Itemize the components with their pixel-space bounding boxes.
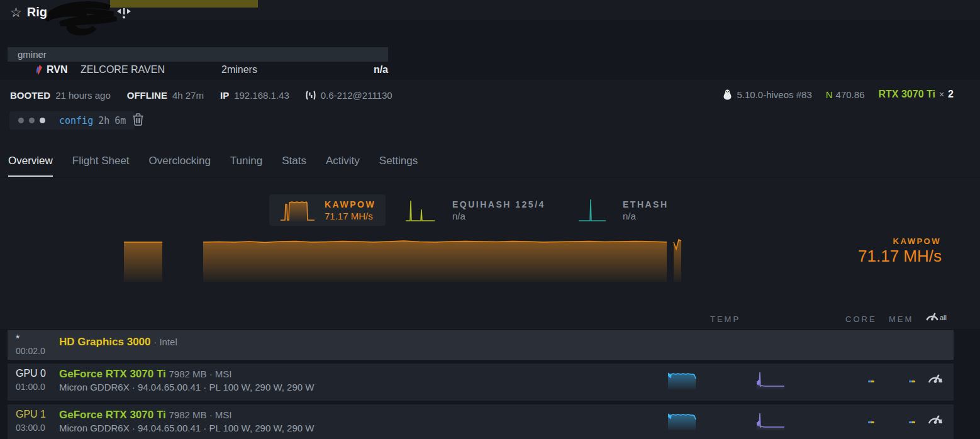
gpu-bus-id: 03:00.0 [16, 423, 45, 433]
ethash-sparkline [579, 197, 606, 223]
gpu-bus-id: 01:00.0 [16, 382, 45, 392]
miner-bar: gminer [8, 47, 388, 62]
table-row: GPU 1 03:00.0 GeForce RTX 3070 Ti 7982 M… [8, 404, 954, 439]
gpu-memory-vendor: 7982 MB · MSI [169, 409, 232, 420]
column-header-mem: MEM [889, 314, 913, 324]
algo-value: n/a [452, 211, 545, 221]
table-row: GPU 0 01:00.0 GeForce RTX 3070 Ti 7982 M… [8, 364, 954, 401]
algo-value: 71.17 MH/s [325, 211, 376, 221]
table-row: * 00:02.0 HD Graphics 3000 · Intel [8, 330, 954, 360]
tab-overview[interactable]: Overview [8, 155, 53, 177]
algo-card-ethash[interactable]: ETHASH n/a [579, 194, 669, 226]
config-uptime-minutes: 6m [114, 115, 126, 126]
ip-label: IP [220, 90, 229, 101]
algo-value: n/a [623, 211, 669, 221]
highlight-streak [110, 0, 258, 8]
fan-all-button[interactable]: all [925, 311, 947, 321]
gpu-detail: Micron GDDR6X · 94.04.65.00.41 · PL 100 … [59, 382, 314, 392]
offline-value: 4h 27m [172, 90, 204, 101]
flight-sheet-row: RVN ZELCORE RAVEN 2miners n/a [0, 62, 388, 78]
coin-hashrate: n/a [308, 64, 388, 75]
gpu-multiplier-sign: × [939, 89, 944, 99]
mem-clock-dash [909, 381, 915, 382]
gpu-index: * [16, 333, 19, 345]
equihash-sparkline [406, 197, 436, 223]
gpu-vendor: · Intel [153, 336, 177, 347]
status-row: BOOTED 21 hours ago OFFLINE 4h 27m IP 19… [10, 90, 393, 101]
flight-sheet-panel: gminer RVN ZELCORE RAVEN 2miners n/a [0, 20, 980, 80]
tab-settings[interactable]: Settings [379, 155, 418, 177]
kawpow-sparkline [279, 197, 316, 223]
config-link[interactable]: config [59, 115, 93, 126]
status-dot [18, 118, 24, 123]
fan-all-label: all [940, 314, 947, 321]
core-clock-dash [868, 381, 874, 382]
favorite-star-icon[interactable]: ☆ [10, 6, 22, 19]
hashrate-value: 71.17 MH/s [858, 247, 942, 266]
column-header-temp: TEMP [710, 314, 740, 324]
gpu-model: RTX 3070 Ti [878, 89, 935, 100]
tab-overclocking[interactable]: Overclocking [149, 155, 211, 177]
coin-symbol: RVN [47, 64, 68, 75]
kernel-version: 5.10.0-hiveos #83 [737, 89, 811, 100]
nvidia-driver-version: 470.86 [836, 89, 865, 100]
page-title: Rig [27, 5, 47, 19]
booted-value: 21 hours ago [55, 90, 111, 101]
gpu-memory-vendor: 7982 MB · MSI [169, 369, 232, 379]
algo-name: ETHASH [623, 199, 669, 209]
core-clock-dash [868, 421, 874, 423]
tabs-divider [0, 177, 980, 178]
wallet-name: ZELCORE RAVEN [81, 64, 165, 75]
temp-sparkline [668, 411, 697, 431]
gpu-name[interactable]: GeForce RTX 3070 Ti [59, 409, 166, 421]
tab-activity[interactable]: Activity [326, 155, 360, 177]
trash-icon[interactable] [133, 113, 143, 126]
agent-console-pill: config 2h 6m [9, 111, 135, 130]
offline-label: OFFLINE [127, 90, 167, 101]
booted-label: BOOTED [10, 90, 50, 101]
tab-flight-sheet[interactable]: Flight Sheet [72, 155, 130, 177]
gauge-icon[interactable] [927, 413, 944, 425]
status-dot [29, 118, 35, 123]
mem-clock-dash [909, 421, 915, 423]
algo-card-kawpow[interactable]: KAWPOW 71.17 MH/s [269, 194, 386, 226]
algo-name: KAWPOW [325, 199, 376, 209]
gpu-name[interactable]: HD Graphics 3000 [59, 336, 151, 348]
hive-agent-icon [306, 90, 316, 101]
hashrate-chart [0, 236, 980, 283]
mem-sparkline [757, 411, 786, 431]
hashrate-algo-label: KAWPOW [893, 236, 941, 246]
rvn-coin-icon [36, 65, 43, 75]
config-uptime-hours: 2h [98, 115, 109, 126]
gpu-bus-id: 00:02.0 [16, 346, 45, 356]
column-header-core: CORE [845, 314, 877, 324]
gpu-count: 2 [948, 89, 954, 100]
tab-stats[interactable]: Stats [282, 155, 306, 177]
ip-value: 192.168.1.43 [234, 90, 289, 101]
nvidia-driver-label: N [826, 89, 833, 100]
gpu-index: GPU 0 [16, 368, 46, 379]
gpu-name[interactable]: GeForce RTX 3070 Ti [59, 368, 166, 380]
miner-name: gminer [18, 49, 47, 60]
algo-card-equihash[interactable]: EQUIHASH 125/4 n/a [406, 194, 545, 226]
linux-tux-icon [723, 89, 732, 100]
pool-name: 2miners [221, 64, 257, 75]
gauge-all-icon [925, 311, 939, 321]
tab-bar: Overview Flight Sheet Overclocking Tunin… [8, 155, 418, 177]
status-right: 5.10.0-hiveos #83 N 470.86 RTX 3070 Ti ×… [723, 89, 954, 100]
gpu-detail: Micron GDDR6X · 94.04.65.00.41 · PL 100 … [59, 423, 314, 433]
gauge-icon[interactable] [927, 372, 944, 384]
temp-sparkline [668, 370, 697, 391]
redacted-rig-name [39, 0, 127, 36]
gpu-index: GPU 1 [16, 409, 46, 420]
status-dot [40, 118, 45, 123]
agent-version: 0.6-212@211130 [321, 90, 393, 101]
algo-name: EQUIHASH 125/4 [452, 199, 545, 209]
mem-sparkline [757, 370, 786, 391]
drag-handle-icon[interactable] [117, 8, 131, 19]
tab-tuning[interactable]: Tuning [230, 155, 262, 177]
